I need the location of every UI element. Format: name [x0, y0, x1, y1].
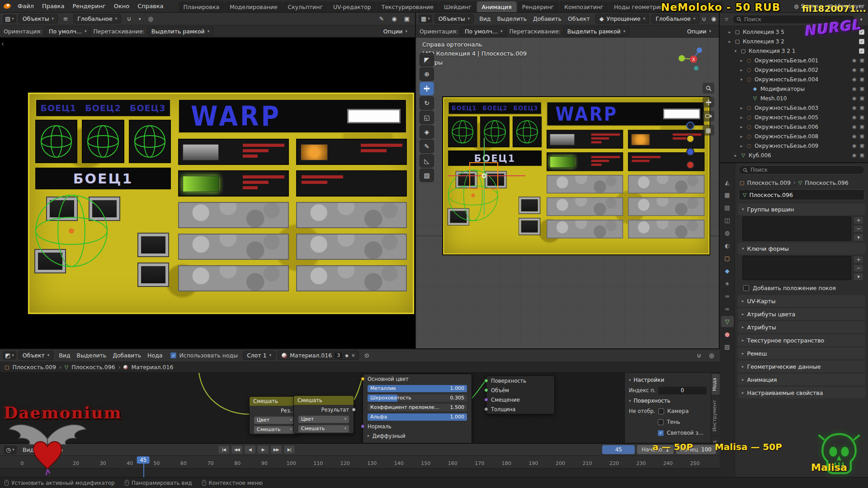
settings-panel-header[interactable]: ▾Настройки	[629, 375, 707, 385]
breadcrumb-object[interactable]: Плоскость.009	[747, 179, 790, 186]
hamburger-icon[interactable]: ≡	[60, 14, 71, 24]
input-socket[interactable]	[484, 379, 488, 383]
visibility-eye-icon[interactable]: ◉	[852, 86, 857, 92]
orientation-dropdown[interactable]: По умолч...▾	[45, 27, 90, 36]
workspace-tab[interactable]: Текстурирование	[377, 1, 439, 12]
current-frame-field[interactable]: 45	[602, 445, 635, 454]
principled-row[interactable]: Металлик1.000	[363, 384, 472, 393]
outliner-row[interactable]: ◆Модификаторы◉▣	[720, 84, 868, 94]
mode-dropdown[interactable]: Объекты▾	[19, 14, 58, 23]
outliner-row[interactable]: ▸◌ОкружностьБезье.002◉▣	[720, 65, 868, 75]
menubar-item[interactable]: Файл	[14, 3, 38, 9]
drag-dropdown[interactable]: Выделить рамкой▾	[563, 27, 629, 36]
shader-menu[interactable]: Выделить	[74, 352, 110, 359]
datablock-name-field[interactable]: ▽ Плоскость.096	[739, 189, 864, 200]
outliner-row[interactable]: ▸◌ОкружностьБезье.008◉▣	[720, 131, 868, 141]
render-visibility-icon[interactable]: ▣	[860, 114, 864, 120]
material-selector[interactable]: Материал.016 3 ◆ ×	[278, 351, 359, 360]
properties-tab-particles[interactable]: ∗	[721, 278, 734, 289]
properties-tab-world[interactable]: ◐	[721, 240, 734, 251]
playback-button-1[interactable]: ◀◀	[231, 445, 243, 454]
sidebar-tab-0[interactable]: Нода	[712, 374, 720, 395]
list-specials-button[interactable]: ▾	[854, 273, 863, 281]
section-header[interactable]: ▸UV-Карты	[738, 295, 865, 307]
camera-checkbox[interactable]	[658, 408, 664, 414]
section-header[interactable]: ▸Анимация	[738, 374, 865, 385]
principled-row[interactable]: Нормаль	[363, 422, 472, 431]
collection-button-yellow[interactable]	[686, 135, 694, 143]
menubar-item[interactable]: Правка	[38, 3, 68, 9]
input-socket[interactable]	[484, 398, 488, 402]
annotate-tool[interactable]: ✎	[420, 140, 434, 153]
workspace-tab[interactable]: Ноды геометрии	[609, 1, 669, 12]
list-remove-button[interactable]: −	[854, 264, 863, 272]
collection-checkbox[interactable]: ✓	[859, 48, 864, 54]
list-add-button[interactable]: +	[854, 216, 863, 224]
workspace-tab[interactable]: Моделирование	[225, 1, 282, 12]
playback-button-4[interactable]: ▶▶	[270, 445, 282, 454]
blender-logo-icon[interactable]	[3, 3, 11, 9]
blend-dropdown[interactable]: Смешать▾	[298, 425, 349, 432]
properties-tab-modifiers[interactable]: ◆	[721, 265, 734, 277]
snap-magnet-icon[interactable]: ∪	[702, 14, 706, 24]
render-visibility-icon[interactable]: ▣	[860, 95, 864, 101]
unlink-close-icon[interactable]: ×	[351, 353, 355, 358]
render-visibility-icon[interactable]: ▣	[860, 67, 864, 73]
principled-bsdf-node[interactable]: Основной цветМеталлик1.000Шероховатость0…	[363, 374, 472, 443]
section-header[interactable]: ▾Ключи формы	[738, 243, 865, 254]
overlays-eye-icon[interactable]: ◉	[389, 14, 400, 24]
breadcrumb-data[interactable]: Плоскость.096	[71, 364, 115, 371]
list-add-button[interactable]: +	[854, 256, 863, 263]
rotate-tool[interactable]: ↻	[420, 96, 434, 110]
workspace-tab[interactable]: Анимация	[477, 1, 517, 12]
shadow-checkbox[interactable]	[658, 419, 664, 425]
transform-orientation-dropdown[interactable]: Глобальное▾	[73, 14, 121, 23]
simplify-toggle[interactable]: ◆Упрощение▾	[595, 14, 649, 23]
collection-button-blue[interactable]	[686, 148, 694, 156]
visibility-eye-icon[interactable]: ◉	[852, 143, 857, 149]
transform-tool[interactable]: ◈	[420, 125, 434, 139]
render-visibility-icon[interactable]: ▣	[860, 105, 864, 111]
menubar-item[interactable]: Окно	[110, 3, 134, 9]
material-slot-dropdown[interactable]: Слот 1▾	[243, 351, 275, 360]
section-header[interactable]: ▸Геометрические данные	[738, 361, 865, 372]
gizmo-center-dot[interactable]	[482, 174, 486, 178]
mix-node[interactable]: Смешать Рез... Цвет▾ Смешать▾	[249, 396, 300, 435]
editor-type-button[interactable]: ◩▾	[3, 351, 16, 360]
properties-search-input[interactable]: Поиск	[739, 165, 864, 174]
visibility-eye-icon[interactable]: ◉	[852, 133, 857, 139]
render-visibility-icon[interactable]: ▣	[860, 152, 864, 158]
outliner-row[interactable]: ▸◌ОкружностьБезье.006◉▣	[720, 122, 868, 131]
users-count-badge[interactable]: 3	[335, 352, 342, 358]
visibility-eye-icon[interactable]: ◉	[852, 67, 857, 73]
sidebar-tab-1[interactable]: Инструмент	[712, 396, 720, 436]
render-visibility-icon[interactable]: ▣	[860, 76, 864, 82]
section-header[interactable]: ▸Атрибуты	[738, 321, 865, 333]
breadcrumb-material[interactable]: Материал.016	[131, 364, 173, 371]
properties-tab-constraints[interactable]: ∞	[721, 303, 734, 314]
annotate-icon[interactable]: ✎	[376, 14, 387, 24]
outliner-row[interactable]: ▸◌ОкружностьБезье.009◉▣	[720, 141, 868, 150]
workspace-tab[interactable]: Шейдинг	[439, 1, 476, 12]
menubar-item[interactable]: Рендеринг	[68, 3, 109, 9]
section-header[interactable]: ▸Текстурное пространство	[738, 334, 865, 346]
render-visibility-icon[interactable]: ▣	[860, 124, 864, 130]
grid-toggle-icon[interactable]: ▦	[703, 125, 714, 136]
outliner-row[interactable]: ▸▽Куб.006◉▣	[720, 150, 868, 160]
render-visibility-icon[interactable]: ▣	[860, 143, 864, 149]
viewport-menu[interactable]: Выделить	[494, 15, 530, 22]
principled-row[interactable]: ▸Диффузный	[363, 431, 472, 441]
overlays-eye-icon[interactable]: ◉	[708, 14, 719, 24]
use-nodes-toggle[interactable]: ✓ Использовать ноды	[170, 352, 238, 359]
principled-row[interactable]: Шероховатость0.305	[363, 393, 472, 403]
cursor-tool[interactable]: ⊕	[420, 67, 434, 81]
list-specials-button[interactable]: ▾	[854, 234, 863, 241]
playback-button-3[interactable]: ▶	[257, 445, 269, 454]
properties-tab-object-data[interactable]: ▽	[721, 316, 734, 327]
blend-dropdown[interactable]: Смешать▾	[254, 426, 295, 433]
playhead-badge[interactable]: 45	[137, 456, 150, 464]
menubar-item[interactable]: Справка	[133, 3, 167, 9]
drag-dropdown[interactable]: Выделить рамкой▾	[147, 27, 213, 36]
timeline-track[interactable]	[0, 469, 720, 477]
visibility-eye-icon[interactable]: ◉	[852, 124, 857, 130]
